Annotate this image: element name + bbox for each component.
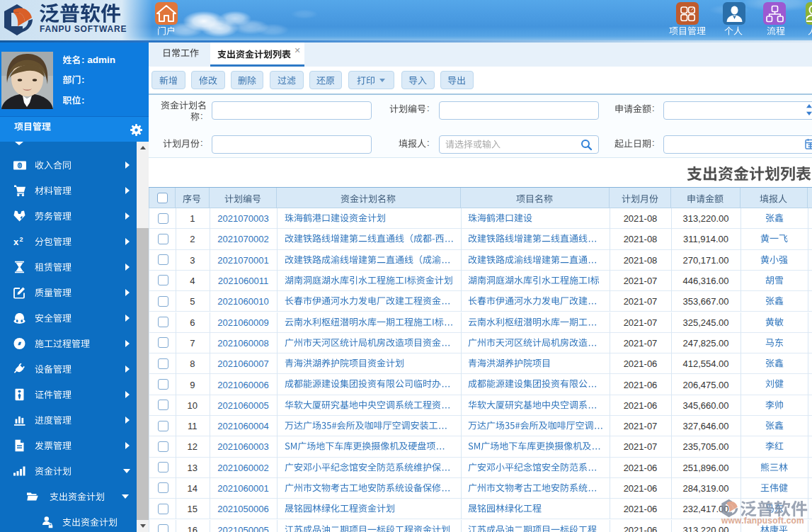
svg-text:2: 2 (20, 236, 23, 243)
svg-text:x: x (13, 237, 19, 247)
